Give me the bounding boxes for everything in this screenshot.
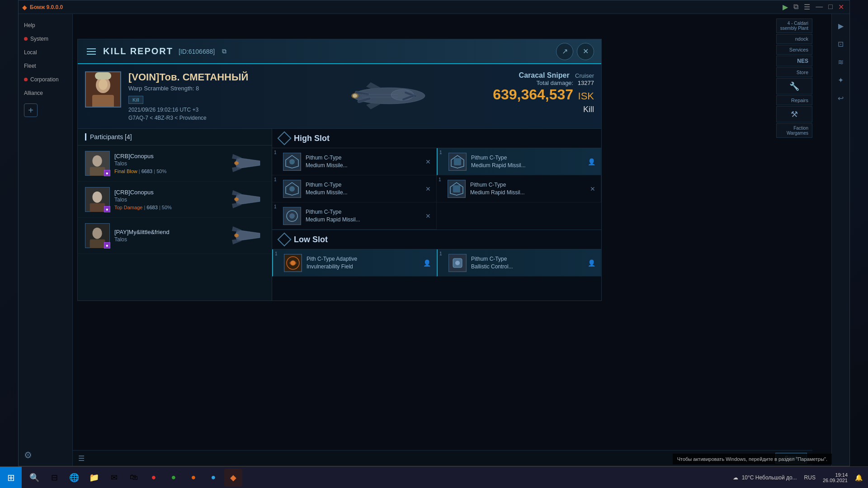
sidebar-local[interactable]: Local — [19, 46, 72, 59]
taskbar-clock: 19:14 26.09.2021 — [823, 472, 848, 483]
stat-pct-1: 50% — [156, 169, 166, 174]
sidebar-fleet-label: Fleet — [24, 63, 36, 69]
sidebar-alliance[interactable]: Alliance — [19, 86, 72, 100]
participant-name-1: [CRB]Conopus — [114, 153, 224, 160]
rank-badge-1: ■ — [104, 170, 110, 176]
mail-button[interactable]: ✉ — [105, 469, 123, 487]
rs-icon-4[interactable]: ✦ — [834, 73, 848, 87]
window-controls: ▶ ⧉ ☰ — □ ✕ — [781, 3, 846, 11]
copy-icon[interactable]: ⧉ — [222, 47, 226, 55]
slot-name-2: Pithum C-TypeMedium Rapid Missil... — [471, 154, 583, 169]
rs-icon-3[interactable]: ≋ — [834, 55, 848, 69]
chat-menu-icon[interactable]: ☰ — [78, 454, 85, 463]
victim-badge: Kill — [128, 96, 143, 104]
nes-button[interactable]: NES — [776, 56, 812, 66]
slot-item-4: 1 Pithum C-TypeMedium Rapid Missil... — [437, 175, 601, 202]
right-sidebar: ▶ ⊡ ≋ ✦ ↩ — [831, 14, 849, 466]
slot-info-2: Pithum C-TypeMedium Rapid Missil... — [471, 154, 583, 169]
close-button[interactable]: ✕ — [577, 43, 594, 60]
sidebar-system-label: System — [30, 36, 48, 42]
taskbar: ⊞ 🔍 ⊟ 🌐 📁 ✉ 🛍 ● ● ● ● ◆ ☁ 10°C Небольшой… — [0, 466, 868, 488]
windows-activation-notice: Чтобы активировать Windows, перейдите в … — [673, 454, 832, 465]
victim-avatar — [85, 71, 121, 108]
app2-button[interactable]: ● — [165, 469, 183, 487]
faction-icon[interactable]: ⚒ — [776, 106, 812, 122]
slot-item-5: 1 Pithum C-TypeMedium Rapid Missil... — [272, 202, 437, 230]
services-button[interactable]: Services — [776, 45, 812, 55]
stat-label-1: Final Blow — [114, 169, 137, 174]
notification-button[interactable]: 🔔 — [855, 474, 863, 481]
play-button[interactable]: ▶ — [781, 3, 790, 11]
ship-silhouette — [321, 69, 457, 123]
victim-section: [VOIN]Тов. СМЕТАННЫЙ Warp Scramble Stren… — [78, 64, 601, 129]
edge-button[interactable]: 🌐 — [65, 469, 83, 487]
start-button[interactable]: ⊞ — [0, 467, 22, 488]
slot-name-5: Pithum C-TypeMedium Rapid Missil... — [306, 208, 421, 224]
slot-close-1[interactable]: ✕ — [425, 158, 431, 165]
store-button-taskbar[interactable]: 🛍 — [125, 469, 143, 487]
participant-name-3: [PAY]My&little&friend — [114, 229, 224, 235]
section-bar — [85, 133, 86, 141]
low-user-icon-1: 👤 — [423, 259, 431, 267]
high-slot-grid: 1 Pithum C-TypeMedium Missile — [272, 148, 601, 230]
repairs-label[interactable]: Repairs — [776, 95, 812, 105]
hamburger-menu[interactable] — [85, 47, 98, 56]
rs-icon-2[interactable]: ⊡ — [834, 37, 848, 51]
participant-stats-2: Top Damage | 6683 | 50% — [114, 205, 224, 210]
participant-info-1: [CRB]Conopus Talos Final Blow | 6683 | 5… — [114, 153, 224, 174]
slot-icon-2 — [448, 153, 467, 171]
low-slot-info-1: Pith C-Type AdaptiveInvulnerability Fiel… — [307, 255, 419, 271]
repairs-icon[interactable]: 🔧 — [776, 78, 812, 94]
sidebar-fleet[interactable]: Fleet — [19, 59, 72, 73]
taskview-button[interactable]: ⊟ — [45, 469, 63, 487]
rs-icon-1[interactable]: ▶ — [834, 19, 848, 33]
ship-class: Cruiser — [575, 72, 594, 79]
svg-point-25 — [92, 192, 102, 203]
sidebar-system[interactable]: System — [19, 32, 72, 46]
sidebar-corporation[interactable]: Corporation — [19, 73, 72, 86]
svg-point-18 — [92, 155, 102, 167]
slot-count-4: 1 — [439, 177, 441, 182]
participant-item-3: ■ [PAY]My&little&friend Talos — [78, 218, 272, 254]
dock-button[interactable]: ndock — [776, 34, 812, 44]
game-title: Бомж 9.0.0.0 — [30, 4, 63, 10]
minimize-button[interactable]: ⧉ — [792, 3, 800, 11]
low-slot-grid: 1 Pith C-Type AdaptiveInvulne — [272, 249, 601, 277]
add-channel-button[interactable]: + — [24, 103, 38, 117]
window-restore[interactable]: □ — [826, 3, 835, 11]
settings-button[interactable]: ☰ — [802, 3, 812, 11]
low-slot-item-1: 1 Pith C-Type AdaptiveInvulne — [272, 249, 437, 277]
app1-button[interactable]: ● — [145, 469, 163, 487]
low-slot-count-2: 1 — [439, 251, 442, 256]
store-button[interactable]: Store — [776, 67, 812, 77]
rs-icon-5[interactable]: ↩ — [834, 91, 848, 105]
faction-label[interactable]: FactionWargames — [776, 123, 812, 138]
slot-icon-3 — [283, 180, 301, 198]
slot-close-4[interactable]: ✕ — [590, 185, 595, 192]
slot-close-3[interactable]: ✕ — [425, 185, 431, 192]
participant-avatar-2: ■ — [85, 187, 110, 212]
svg-marker-20 — [235, 158, 260, 169]
settings-button[interactable]: ⚙ — [19, 444, 72, 466]
clock-date: 26.09.2021 — [823, 478, 848, 483]
slot-item-1: 1 Pithum C-TypeMedium Missile — [272, 148, 437, 175]
svg-point-37 — [234, 234, 239, 237]
search-taskbar[interactable]: 🔍 — [25, 469, 43, 487]
export-button[interactable]: ↗ — [556, 43, 573, 60]
station-info: 4 - Caldarissembly Plant — [776, 19, 812, 33]
participant-info-2: [CRB]Conopus Talos Top Damage | 6683 | 5… — [114, 189, 224, 210]
browser-button[interactable]: ● — [184, 469, 203, 487]
high-slot-header: High Slot — [272, 129, 601, 148]
chrome-button[interactable]: ● — [204, 469, 222, 487]
participant-avatar-3: ■ — [85, 223, 110, 248]
participant-ship-img-2 — [228, 188, 264, 211]
window-close[interactable]: ✕ — [836, 3, 846, 11]
game-client-button[interactable]: ◆ — [224, 469, 242, 487]
files-button[interactable]: 📁 — [85, 469, 103, 487]
sidebar-help[interactable]: Help — [19, 19, 72, 32]
participant-info-3: [PAY]My&little&friend Talos — [114, 229, 224, 243]
kr-actions: ↗ ✕ — [556, 43, 594, 60]
slot-close-5[interactable]: ✕ — [425, 212, 431, 220]
game-icon: ◆ — [22, 4, 27, 11]
window-minimize[interactable]: — — [814, 3, 825, 11]
